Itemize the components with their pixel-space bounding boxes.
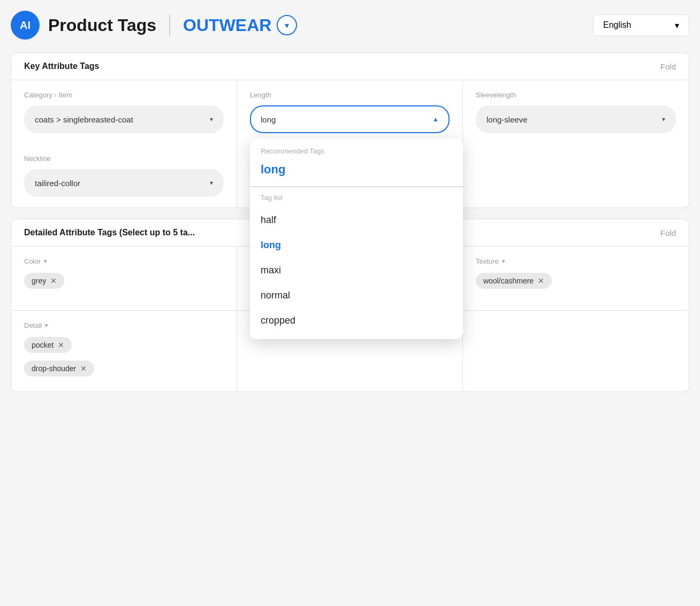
category-label: OUTWEAR	[183, 16, 271, 35]
key-attributes-row1: Category › Item coats > singlebreasted-c…	[11, 80, 689, 144]
texture-chip-wool-remove[interactable]: ✕	[538, 277, 544, 285]
neckline-cell: Neckline tailired-collor ▾	[11, 144, 237, 208]
texture-dropdown-icon: ▾	[502, 258, 505, 265]
arrow-right-icon: ›	[55, 91, 57, 99]
category-label-text: Category	[24, 91, 52, 99]
texture-label: Texture ▾	[476, 257, 676, 265]
category-arrow-icon: ▾	[210, 116, 213, 123]
length-dropdown: Recommended Tags long Tag list half long…	[250, 139, 463, 339]
texture-label-text: Texture	[476, 257, 499, 265]
detail-chip-drop-text: drop-shouder	[32, 364, 76, 373]
length-arrow-icon: ▲	[432, 116, 439, 123]
app-title: Product Tags	[48, 16, 156, 35]
texture-cell: Texture ▾ wool/cashmere ✕	[463, 247, 689, 311]
header-left: AI Product Tags OUTWEAR ▾	[11, 11, 297, 40]
color-chip-grey-remove[interactable]: ✕	[50, 277, 57, 285]
recommended-tag-item[interactable]: long	[261, 160, 452, 182]
tag-list-section: Tag list half long maxi normal cropped	[250, 187, 463, 339]
header-divider	[169, 14, 170, 36]
tag-item-long[interactable]: long	[261, 233, 452, 257]
texture-chip-wool[interactable]: wool/cashmere ✕	[476, 273, 552, 289]
texture-chip-wool-text: wool/cashmere	[483, 277, 534, 285]
sleevelength-select[interactable]: long-sleeve ▾	[476, 105, 676, 133]
color-label-text: Color	[24, 257, 41, 265]
tag-item-cropped[interactable]: cropped	[261, 309, 452, 333]
detailed-section-title: Detailed Attribute Tags (Select up to 5 …	[24, 228, 195, 237]
key-section-fold-button[interactable]: Fold	[660, 62, 676, 71]
detail-dropdown-icon: ▾	[45, 322, 48, 329]
category-select[interactable]: coats > singlebreasted-coat ▾	[24, 105, 224, 133]
category-label-row: Category › Item	[24, 91, 224, 99]
detail-empty-cell-2	[463, 311, 689, 392]
empty-cell-2	[463, 144, 689, 208]
chevron-down-icon: ▾	[285, 20, 289, 30]
detail-chip-pocket-remove[interactable]: ✕	[58, 341, 64, 349]
color-chip-grey-text: grey	[32, 277, 46, 285]
length-cell: Length long ▲ Recommended Tags long Tag …	[237, 80, 463, 144]
length-label: Length	[250, 91, 450, 99]
length-value: long	[261, 115, 432, 124]
color-dropdown-icon: ▾	[44, 258, 47, 265]
tag-list-label: Tag list	[261, 194, 452, 202]
tag-item-maxi[interactable]: maxi	[261, 258, 452, 282]
sleevelength-label: Sleevelength	[476, 91, 676, 99]
key-section-header: Key Attribute Tags Fold	[11, 53, 689, 80]
ai-logo: AI	[11, 11, 40, 40]
color-cell: Color ▾ grey ✕	[11, 247, 237, 311]
neckline-label: Neckline	[24, 155, 224, 163]
key-attribute-section: Key Attribute Tags Fold Category › Item …	[11, 52, 689, 208]
language-selector[interactable]: English ▾	[593, 14, 689, 36]
logo-text: AI	[20, 19, 31, 32]
language-chevron-icon: ▾	[675, 20, 679, 30]
detail-chip-pocket-text: pocket	[32, 341, 54, 349]
dropdown-recommended-section: Recommended Tags long	[250, 139, 463, 186]
detail-chip-drop-shouder[interactable]: drop-shouder ✕	[24, 360, 94, 377]
neckline-select[interactable]: tailired-collor ▾	[24, 169, 224, 197]
sleevelength-cell: Sleevelength long-sleeve ▾	[463, 80, 689, 144]
detail-label: Detail ▾	[24, 321, 224, 329]
category-dropdown-button[interactable]: ▾	[277, 15, 297, 35]
category-title: OUTWEAR ▾	[183, 15, 297, 35]
length-select[interactable]: long ▲	[250, 105, 450, 133]
sleevelength-arrow-icon: ▾	[662, 116, 665, 123]
recommended-label: Recommended Tags	[261, 147, 452, 155]
tag-item-normal[interactable]: normal	[261, 283, 452, 308]
color-chip-grey[interactable]: grey ✕	[24, 273, 64, 289]
key-section-title: Key Attribute Tags	[24, 62, 99, 71]
neckline-value: tailired-collor	[35, 179, 210, 188]
language-label: English	[603, 20, 631, 30]
neckline-arrow-icon: ▾	[210, 179, 213, 187]
sleevelength-value: long-sleeve	[486, 115, 662, 124]
category-value: coats > singlebreasted-coat	[35, 115, 210, 124]
detail-chips: pocket ✕ drop-shouder ✕	[24, 337, 224, 381]
item-label-text: Item	[59, 91, 72, 99]
tag-item-half[interactable]: half	[261, 208, 452, 232]
color-label: Color ▾	[24, 257, 224, 265]
detail-cell: Detail ▾ pocket ✕ drop-shouder ✕	[11, 311, 237, 392]
detail-label-text: Detail	[24, 321, 42, 329]
header: AI Product Tags OUTWEAR ▾ English ▾	[11, 11, 689, 40]
category-cell: Category › Item coats > singlebreasted-c…	[11, 80, 237, 144]
main-content: Key Attribute Tags Fold Category › Item …	[11, 52, 689, 392]
detail-chip-pocket[interactable]: pocket ✕	[24, 337, 72, 353]
detail-chip-drop-remove[interactable]: ✕	[80, 364, 87, 373]
detailed-section-fold-button[interactable]: Fold	[660, 228, 676, 237]
